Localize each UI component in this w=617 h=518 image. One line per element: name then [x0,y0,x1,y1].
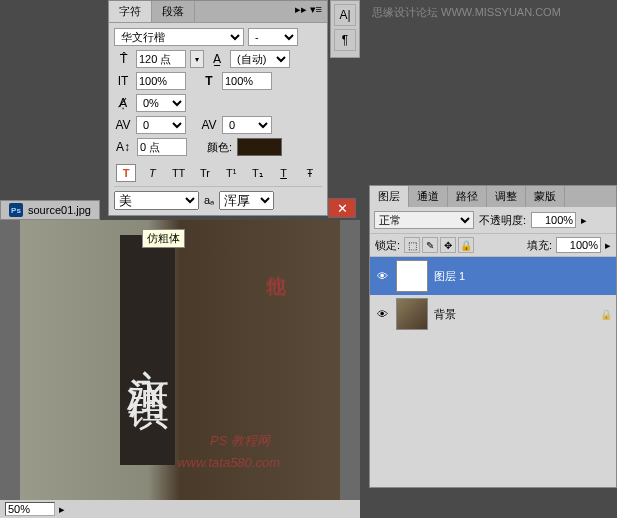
panel-menu-icon[interactable]: ▸▸ ▾≡ [290,1,327,22]
document-tab[interactable]: Ps source01.jpg [0,200,100,220]
h-scale-input[interactable] [222,72,272,90]
para-panel-icon[interactable]: ¶ [334,29,356,51]
canvas-area[interactable]: 永河镇 他地我你 PS 教程网 www.tata580.com [0,220,360,518]
language-select[interactable]: 美 [114,191,199,210]
watermark-text1: PS 教程网 [210,432,270,450]
layer-name[interactable]: 背景 [434,307,594,322]
lock-all-icon[interactable]: 🔒 [458,237,474,253]
kerning-icon: AV [114,117,132,133]
tab-layers[interactable]: 图层 [370,186,409,207]
layer-name[interactable]: 图层 1 [434,269,612,284]
tab-paragraph[interactable]: 段落 [152,1,195,22]
tracking-select[interactable]: 0% [136,94,186,112]
layer-thumb-bg[interactable] [396,298,428,330]
faux-bold-button[interactable]: T [116,164,136,182]
zoom-input[interactable] [5,502,55,516]
layer-item[interactable]: 👁 T 图层 1 [370,257,616,295]
tab-channels[interactable]: 通道 [409,186,448,207]
ps-icon: Ps [9,203,23,217]
visibility-icon[interactable]: 👁 [374,306,390,322]
strikethrough-button[interactable]: Ŧ [300,164,320,182]
forum-banner: 思缘设计论坛 WWW.MISSYUAN.COM [367,0,617,30]
h-scale-icon: T [200,73,218,89]
leading-select[interactable]: (自动) [230,50,290,68]
smallcaps-button[interactable]: Tr [195,164,215,182]
color-swatch[interactable] [237,138,282,156]
tab-adjustments[interactable]: 调整 [487,186,526,207]
fill-label: 填充: [527,238,552,253]
zoom-bar: ▸ [0,500,360,518]
lock-transparency-icon[interactable]: ⬚ [404,237,420,253]
subscript-button[interactable]: T₁ [247,164,267,182]
blend-mode-select[interactable]: 正常 [374,211,474,229]
v-scale-input[interactable] [136,72,186,90]
char-panel-icon[interactable]: A| [334,4,356,26]
antialias-icon: aₐ [204,194,214,207]
font-family-select[interactable]: 华文行楷 [114,28,244,46]
image-preview: 永河镇 他地我你 PS 教程网 www.tata580.com [20,220,340,500]
font-style-select[interactable]: - [248,28,298,46]
baseline-icon: A↕ [114,139,132,155]
char-panel-tabs: 字符 段落 ▸▸ ▾≡ [109,1,327,23]
fill-input[interactable] [556,237,601,253]
leading-icon: A̲ [208,51,226,67]
document-name: source01.jpg [28,204,91,216]
watermark-text2: www.tata580.com [177,455,280,470]
type-style-buttons: T T TT Tr T¹ T₁ T Ŧ [114,160,322,186]
v-scale-icon: IT [114,73,132,89]
opacity-label: 不透明度: [479,213,526,228]
layer-thumb-text[interactable]: T [396,260,428,292]
opacity-arrow-icon[interactable]: ▸ [581,214,587,227]
close-button[interactable]: ✕ [328,198,356,218]
layers-panel: 图层 通道 路径 调整 蒙版 正常 不透明度: ▸ 锁定: ⬚ ✎ ✥ 🔒 填充… [369,185,617,488]
lock-label: 锁定: [375,238,400,253]
layer-list: 👁 T 图层 1 👁 背景 🔒 [370,257,616,487]
kerning2-icon: AV [200,117,218,133]
fill-arrow-icon[interactable]: ▸ [605,239,611,252]
character-panel: 字符 段落 ▸▸ ▾≡ 华文行楷 - T̂ ▾ A̲ (自动) IT T Ạ̸ … [108,0,328,216]
font-size-icon: T̂ [114,51,132,67]
kerning2-select[interactable]: 0 [222,116,272,134]
tooltip: 仿粗体 [142,229,185,248]
faux-italic-button[interactable]: T [142,164,162,182]
kerning-select[interactable]: 0 [136,116,186,134]
allcaps-button[interactable]: TT [169,164,189,182]
lock-position-icon[interactable]: ✥ [440,237,456,253]
color-label: 颜色: [207,140,232,155]
layer-item[interactable]: 👁 背景 🔒 [370,295,616,333]
opacity-input[interactable] [531,212,576,228]
superscript-button[interactable]: T¹ [221,164,241,182]
visibility-icon[interactable]: 👁 [374,268,390,284]
tracking-icon: Ạ̸ [114,95,132,111]
zoom-dropdown-icon[interactable]: ▸ [55,503,69,516]
tab-masks[interactable]: 蒙版 [526,186,565,207]
size-dropdown-icon[interactable]: ▾ [190,50,204,68]
tab-character[interactable]: 字符 [109,1,152,22]
lock-icon: 🔒 [600,309,612,320]
font-size-input[interactable] [136,50,186,68]
antialias-select[interactable]: 浑厚 [219,191,274,210]
collapsed-panels: A| ¶ [330,0,360,58]
baseline-input[interactable] [137,138,187,156]
tab-paths[interactable]: 路径 [448,186,487,207]
lock-pixels-icon[interactable]: ✎ [422,237,438,253]
vertical-text-layer: 永河镇 [120,235,175,465]
underline-button[interactable]: T [274,164,294,182]
